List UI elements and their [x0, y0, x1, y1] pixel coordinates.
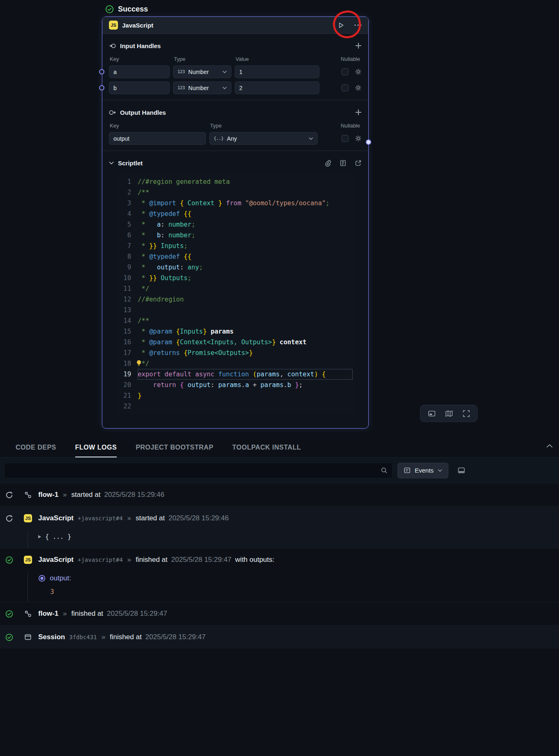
log-row[interactable]: JS JavaScript +javascript#4 » finished a…: [0, 548, 559, 571]
input-row-a: 123 Number: [109, 65, 362, 78]
node-header[interactable]: JS JavaScript: [102, 17, 368, 34]
log-node-id: 3fdbc431: [69, 634, 97, 640]
log-row[interactable]: flow-1 » finished at 2025/5/28 15:29:47: [0, 602, 559, 625]
log-separator: »: [127, 514, 131, 522]
log-entry-flow-finished: flow-1 » finished at 2025/5/28 15:29:47: [0, 602, 559, 625]
type-select[interactable]: 123 Number: [173, 65, 231, 78]
minimap-button[interactable]: [442, 407, 456, 420]
handle-settings-button[interactable]: [355, 68, 362, 75]
code-line-14[interactable]: /**: [138, 315, 353, 326]
log-node-name: flow-1: [38, 491, 58, 499]
js-icon: JS: [24, 514, 32, 522]
tab-toolpack-install[interactable]: TOOLPACK INSTALL: [232, 438, 301, 457]
log-entry-js-started: JS JavaScript +javascript#4 » started at…: [0, 506, 559, 548]
output-port[interactable]: [366, 139, 371, 145]
code-line-4[interactable]: * @typedef {{: [138, 209, 353, 219]
panel-layout-button[interactable]: [425, 407, 439, 420]
chevron-down-icon: [309, 137, 313, 140]
nullable-checkbox[interactable]: [342, 84, 349, 91]
docs-button[interactable]: [340, 160, 346, 167]
javascript-node[interactable]: JS JavaScript Input Handles: [102, 16, 369, 429]
log-suffix: with outputs:: [235, 556, 274, 564]
log-separator: »: [63, 491, 67, 499]
log-timestamp: 2025/5/28 15:29:47: [171, 556, 232, 564]
add-input-handle-button[interactable]: [355, 42, 362, 49]
code-line-20[interactable]: return { output: params.a + params.b };: [138, 380, 353, 390]
code-line-22[interactable]: [138, 401, 353, 412]
chevron-down-icon: [222, 86, 227, 89]
log-node-name: JavaScript: [38, 514, 74, 522]
attach-button[interactable]: [324, 160, 331, 167]
chevron-up-icon: [546, 443, 553, 449]
nullable-checkbox[interactable]: [342, 135, 349, 142]
log-output-row[interactable]: output:: [28, 571, 559, 585]
code-line-16[interactable]: * @param {Context<Inputs, Outputs>} cont…: [138, 337, 353, 348]
value-input[interactable]: [235, 81, 319, 94]
code-line-6[interactable]: * b: number;: [138, 230, 353, 241]
code-line-19[interactable]: export default async function (params, c…: [138, 369, 353, 380]
key-input[interactable]: [109, 65, 170, 78]
log-separator: »: [127, 556, 131, 564]
log-separator: »: [102, 633, 105, 641]
log-row[interactable]: JS JavaScript +javascript#4 » started at…: [0, 507, 559, 530]
code-line-8[interactable]: * @typedef {{: [138, 251, 353, 262]
type-select[interactable]: {..} Any: [209, 132, 318, 145]
code-line-5[interactable]: * a: number;: [138, 219, 353, 230]
log-node-name: flow-1: [38, 610, 58, 618]
handle-settings-button[interactable]: [355, 84, 362, 91]
code-line-18[interactable]: */: [138, 358, 353, 369]
log-detail: { ... }: [45, 533, 71, 540]
log-action: finished at: [72, 610, 104, 618]
code-line-13[interactable]: [138, 305, 353, 315]
add-output-handle-button[interactable]: [355, 109, 362, 116]
handle-settings-button[interactable]: [355, 135, 362, 142]
input-port-a[interactable]: [99, 69, 104, 74]
external-link-icon: [355, 160, 362, 167]
code-line-21[interactable]: }: [138, 390, 353, 401]
map-icon: [445, 410, 453, 417]
log-row[interactable]: Session 3fdbc431 » finished at 2025/5/28…: [0, 626, 559, 649]
tab-code-deps[interactable]: CODE DEPS: [16, 438, 56, 457]
code-line-1[interactable]: //#region generated meta: [138, 176, 353, 187]
log-timestamp: 2025/5/28 15:29:47: [146, 633, 206, 641]
code-line-9[interactable]: * output: any;: [138, 262, 353, 273]
log-toolbar: Events: [0, 457, 559, 483]
fit-view-button[interactable]: [459, 407, 473, 420]
key-input[interactable]: [109, 81, 170, 94]
expand-triangle-icon: [38, 535, 41, 538]
log-detail-expander[interactable]: { ... }: [28, 530, 559, 544]
log-row[interactable]: flow-1 » started at 2025/5/28 15:29:46: [0, 483, 559, 506]
code-lines[interactable]: //#region generated meta/** * @import { …: [131, 176, 355, 412]
node-menu-button[interactable]: [354, 24, 362, 26]
tab-project-bootstrap[interactable]: PROJECT BOOTSTRAP: [136, 438, 213, 457]
tab-flow-logs[interactable]: FLOW LOGS: [75, 438, 117, 457]
code-line-2[interactable]: /**: [138, 187, 353, 198]
success-check-icon: [105, 5, 114, 14]
input-port-b[interactable]: [99, 85, 104, 90]
open-external-button[interactable]: [355, 160, 362, 167]
code-line-10[interactable]: * }} Outputs;: [138, 273, 353, 283]
search-input[interactable]: [4, 463, 393, 478]
collapse-chevron-icon[interactable]: [109, 161, 114, 165]
flow-canvas[interactable]: Success JS JavaScript Inpu: [0, 0, 559, 438]
value-input[interactable]: [235, 65, 319, 78]
nullable-checkbox[interactable]: [342, 68, 349, 75]
key-input[interactable]: [109, 132, 206, 145]
chevron-down-icon: [222, 70, 227, 73]
log-action: started at: [136, 514, 165, 522]
code-line-15[interactable]: * @param {Inputs} params: [138, 326, 353, 337]
number-type-icon: 123: [178, 70, 185, 74]
code-line-17[interactable]: * @returns {Promise<Outputs>}: [138, 348, 353, 358]
type-select[interactable]: 123 Number: [173, 81, 231, 94]
code-line-7[interactable]: * }} Inputs;: [138, 241, 353, 251]
code-line-12[interactable]: //#endregion: [138, 294, 353, 305]
js-icon: JS: [24, 556, 32, 564]
code-line-11[interactable]: */: [138, 283, 353, 294]
collapse-panel-button[interactable]: [546, 443, 553, 449]
run-node-button[interactable]: [337, 22, 344, 29]
log-panel-toggle-button[interactable]: [457, 466, 465, 474]
events-filter-button[interactable]: Events: [397, 463, 448, 478]
code-editor[interactable]: 12345678910111213141516171819202122 //#r…: [115, 174, 355, 414]
code-line-3[interactable]: * @import { Context } from "@oomol/types…: [138, 198, 353, 209]
log-action: started at: [72, 491, 101, 499]
